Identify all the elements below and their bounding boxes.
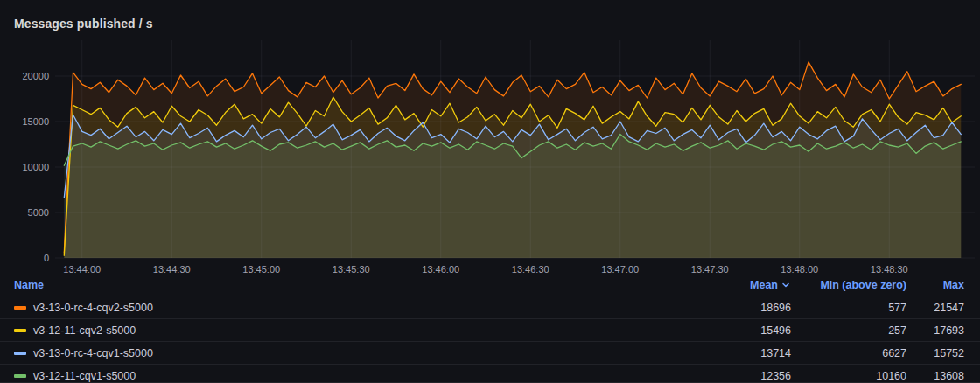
x-tick-label: 13:47:30 — [691, 264, 729, 275]
mean-value: 13714 — [707, 347, 791, 359]
panel-title[interactable]: Messages published / s — [14, 17, 153, 31]
timeseries-chart[interactable]: 0500010000150002000013:44:0013:44:3013:4… — [0, 0, 980, 276]
series-name[interactable]: v3-12-11-cqv1-s5000 — [33, 370, 136, 382]
legend-row: v3-12-11-cqv2-s50001549625717693 — [0, 318, 980, 341]
y-tick-label: 15000 — [22, 116, 49, 127]
legend-header-min[interactable]: Min (above zero) — [791, 279, 906, 291]
series-name[interactable]: v3-13-0-rc-4-cqv2-s5000 — [33, 302, 153, 314]
legend-name-cell: v3-13-0-rc-4-cqv1-s5000 — [14, 347, 707, 359]
x-tick-label: 13:44:30 — [153, 264, 191, 275]
x-tick-label: 13:46:30 — [512, 264, 550, 275]
legend-rows: v3-13-0-rc-4-cqv2-s50001869657721547v3-1… — [0, 296, 980, 383]
legend-row: v3-13-0-rc-4-cqv1-s500013714662715752 — [0, 341, 980, 364]
x-tick-label: 13:45:00 — [242, 264, 280, 275]
legend-name-cell: v3-12-11-cqv1-s5000 — [14, 370, 707, 382]
series-color-swatch[interactable] — [14, 352, 26, 355]
series-name[interactable]: v3-12-11-cqv2-s5000 — [33, 324, 136, 337]
legend-table: Name Mean Min (above zero) Max v3-13-0-r… — [0, 275, 980, 383]
x-tick-label: 13:46:00 — [422, 264, 459, 275]
legend-header-max[interactable]: Max — [906, 279, 964, 291]
legend-header-name[interactable]: Name — [14, 279, 707, 291]
mean-value: 12356 — [707, 370, 791, 382]
legend-header-row: Name Mean Min (above zero) Max — [0, 275, 980, 296]
min-value: 577 — [791, 302, 906, 314]
min-value: 6627 — [791, 347, 906, 359]
max-value: 21547 — [906, 302, 964, 314]
y-tick-label: 20000 — [22, 71, 49, 81]
series-color-swatch[interactable] — [14, 374, 26, 378]
legend-row: v3-12-11-cqv1-s5000123561016013608 — [0, 364, 980, 383]
max-value: 15752 — [906, 347, 964, 359]
legend-header-mean[interactable]: Mean — [707, 279, 791, 291]
series-color-swatch[interactable] — [14, 306, 26, 310]
series-name[interactable]: v3-13-0-rc-4-cqv1-s5000 — [33, 347, 153, 359]
min-value: 10160 — [791, 370, 906, 382]
series-fills — [64, 62, 961, 258]
mean-value: 15496 — [707, 324, 791, 337]
x-tick-label: 13:48:30 — [871, 264, 908, 275]
legend-row: v3-13-0-rc-4-cqv2-s50001869657721547 — [0, 296, 980, 318]
mean-value: 18696 — [707, 302, 791, 314]
x-tick-label: 13:45:30 — [332, 264, 370, 275]
x-tick-label: 13:48:00 — [780, 264, 818, 275]
series-fill — [64, 135, 961, 259]
series-color-swatch[interactable] — [14, 329, 26, 332]
max-value: 13608 — [906, 370, 964, 382]
x-tick-label: 13:47:00 — [601, 264, 639, 275]
min-value: 257 — [791, 324, 906, 337]
chevron-down-icon — [780, 280, 791, 290]
legend-header-mean-label: Mean — [750, 279, 778, 291]
x-tick-label: 13:44:00 — [63, 264, 101, 275]
legend-name-cell: v3-12-11-cqv2-s5000 — [14, 324, 707, 337]
y-tick-label: 5000 — [28, 207, 49, 218]
max-value: 17693 — [906, 324, 964, 337]
legend-name-cell: v3-13-0-rc-4-cqv2-s5000 — [14, 302, 707, 314]
y-tick-label: 10000 — [22, 162, 49, 172]
grafana-panel: 0500010000150002000013:44:0013:44:3013:4… — [0, 0, 980, 383]
chart-canvas[interactable]: 0500010000150002000013:44:0013:44:3013:4… — [0, 0, 980, 276]
y-tick-label: 0 — [44, 253, 49, 263]
